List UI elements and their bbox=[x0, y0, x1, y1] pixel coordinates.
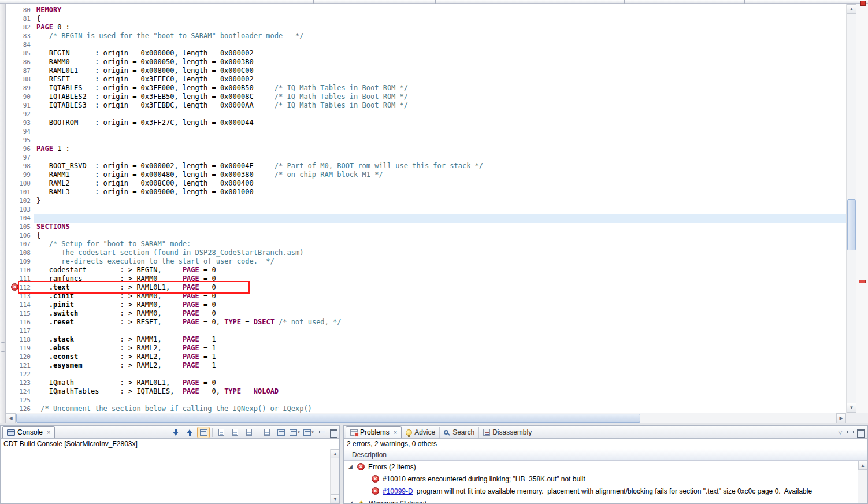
scroll-right-arrow-icon[interactable]: ▶ bbox=[836, 413, 846, 423]
code-text[interactable]: PAGE 0 : bbox=[34, 23, 846, 32]
code-line-92[interactable]: 92 bbox=[6, 110, 846, 118]
code-line-99[interactable]: 99 RAMM1 : origin = 0x000480, length = 0… bbox=[6, 171, 846, 179]
line-number[interactable]: 117 bbox=[18, 327, 34, 335]
line-number[interactable]: 89 bbox=[18, 84, 34, 92]
code-text[interactable]: PAGE 1 : bbox=[34, 144, 846, 153]
line-number[interactable]: 97 bbox=[18, 153, 34, 162]
code-line-93[interactable]: 93 BOOTROM : origin = 0x3FF27C, length =… bbox=[6, 118, 846, 127]
marker-margin[interactable] bbox=[6, 188, 18, 197]
code-line-89[interactable]: 89 IQTABLES : origin = 0x3FE000, length … bbox=[6, 84, 846, 92]
scroll-up-arrow-icon[interactable]: ▲ bbox=[858, 461, 867, 470]
line-number[interactable]: 124 bbox=[18, 387, 34, 396]
trim-grip[interactable] bbox=[1, 351, 5, 352]
marker-margin[interactable] bbox=[6, 40, 18, 49]
code-line-117[interactable]: 117 bbox=[6, 327, 846, 335]
code-text[interactable] bbox=[34, 136, 846, 144]
line-number[interactable]: 110 bbox=[18, 266, 34, 275]
marker-margin[interactable] bbox=[6, 162, 18, 171]
line-number[interactable]: 116 bbox=[18, 318, 34, 327]
code-line-100[interactable]: 100 RAML2 : origin = 0x008C00, length = … bbox=[6, 179, 846, 188]
code-text[interactable]: .reset : > RESET, PAGE = 0, TYPE = DSECT… bbox=[34, 318, 846, 327]
line-number[interactable]: 122 bbox=[18, 370, 34, 379]
problems-vertical-scrollbar[interactable]: ▲ bbox=[858, 461, 867, 503]
marker-margin[interactable] bbox=[6, 266, 18, 275]
code-line-82[interactable]: 82PAGE 0 : bbox=[6, 23, 846, 32]
marker-margin[interactable] bbox=[6, 275, 18, 283]
previous-error-button[interactable] bbox=[183, 427, 196, 438]
code-text[interactable]: IQmathTables : > IQTABLES, PAGE = 0, TYP… bbox=[34, 387, 846, 396]
code-text[interactable] bbox=[34, 205, 846, 214]
line-number[interactable]: 95 bbox=[18, 136, 34, 144]
code-text[interactable] bbox=[34, 40, 846, 49]
line-number[interactable]: 88 bbox=[18, 75, 34, 84]
marker-margin[interactable] bbox=[6, 240, 18, 249]
code-text[interactable]: .stack : > RAMM1, PAGE = 1 bbox=[34, 335, 846, 344]
line-number[interactable]: 126 bbox=[18, 405, 34, 413]
code-text[interactable]: BEGIN : origin = 0x000000, length = 0x00… bbox=[34, 49, 846, 58]
editor-horizontal-scrollbar[interactable]: ◀ ▶ bbox=[6, 413, 846, 423]
horizontal-scrollbar-thumb[interactable] bbox=[16, 414, 640, 423]
overview-ruler[interactable] bbox=[856, 4, 868, 413]
tab-search[interactable]: Search bbox=[440, 427, 479, 438]
marker-margin[interactable] bbox=[6, 101, 18, 110]
export-build-log-button[interactable] bbox=[215, 427, 228, 438]
code-text[interactable] bbox=[34, 127, 846, 136]
code-line-120[interactable]: 120 .econst : > RAML2, PAGE = 1 bbox=[6, 353, 846, 361]
editor-vertical-scrollbar[interactable]: ▲ ▼ bbox=[846, 4, 856, 413]
code-text[interactable]: The codestart section (found in DSP28_Co… bbox=[34, 249, 846, 257]
line-number[interactable]: 102 bbox=[18, 197, 34, 205]
code-text[interactable]: SECTIONS bbox=[34, 223, 846, 231]
word-wrap-button[interactable] bbox=[229, 427, 242, 438]
marker-margin[interactable] bbox=[6, 309, 18, 318]
code-line-94[interactable]: 94 bbox=[6, 127, 846, 136]
code-text[interactable] bbox=[34, 327, 846, 335]
line-number[interactable]: 120 bbox=[18, 353, 34, 361]
line-number[interactable]: 80 bbox=[18, 6, 34, 14]
marker-margin[interactable] bbox=[6, 223, 18, 231]
marker-margin[interactable] bbox=[6, 257, 18, 266]
marker-margin[interactable] bbox=[6, 205, 18, 214]
marker-margin[interactable] bbox=[6, 292, 18, 301]
marker-margin[interactable] bbox=[6, 249, 18, 257]
code-line-116[interactable]: 116 .reset : > RESET, PAGE = 0, TYPE = D… bbox=[6, 318, 846, 327]
marker-margin[interactable] bbox=[6, 396, 18, 405]
code-line-122[interactable]: 122 bbox=[6, 370, 846, 379]
line-number[interactable]: 107 bbox=[18, 240, 34, 249]
line-number[interactable]: 114 bbox=[18, 301, 34, 309]
code-line-103[interactable]: 103 bbox=[6, 205, 846, 214]
code-text[interactable]: /* BEGIN is used for the "boot to SARAM"… bbox=[34, 32, 846, 40]
line-number[interactable]: 105 bbox=[18, 223, 34, 231]
marker-margin[interactable] bbox=[6, 66, 18, 75]
code-line-115[interactable]: 115 .switch : > RAMM0, PAGE = 0 bbox=[6, 309, 846, 318]
code-text[interactable]: RESET : origin = 0x3FFFC0, length = 0x00… bbox=[34, 75, 846, 84]
expand-toggle-icon[interactable]: ◢ bbox=[348, 497, 357, 503]
code-text[interactable]: IQmath : > RAML0L1, PAGE = 0 bbox=[34, 379, 846, 387]
code-line-86[interactable]: 86 RAMM0 : origin = 0x000050, length = 0… bbox=[6, 58, 846, 66]
code-line-124[interactable]: 124 IQmathTables : > IQTABLES, PAGE = 0,… bbox=[6, 387, 846, 396]
marker-margin[interactable] bbox=[6, 136, 18, 144]
problem-row[interactable]: #10099-Dprogram will not fit into availa… bbox=[344, 485, 858, 497]
display-selected-console-button[interactable]: ▾ bbox=[288, 427, 301, 438]
close-tab-icon[interactable]: × bbox=[47, 429, 50, 435]
code-line-101[interactable]: 101 RAML3 : origin = 0x009000, length = … bbox=[6, 188, 846, 197]
scroll-down-arrow-icon[interactable]: ▼ bbox=[331, 494, 340, 503]
tab-console[interactable]: Console × bbox=[2, 426, 55, 438]
show-error-in-editor-button[interactable] bbox=[197, 427, 210, 438]
marker-margin[interactable] bbox=[6, 353, 18, 361]
scroll-lock-button[interactable] bbox=[261, 427, 273, 438]
line-number[interactable]: 109 bbox=[18, 257, 34, 266]
code-text[interactable]: } bbox=[34, 197, 846, 205]
scroll-left-arrow-icon[interactable]: ◀ bbox=[6, 413, 16, 423]
line-number[interactable]: 125 bbox=[18, 396, 34, 405]
line-number[interactable]: 106 bbox=[18, 231, 34, 240]
code-line-85[interactable]: 85 BEGIN : origin = 0x000000, length = 0… bbox=[6, 49, 846, 58]
code-line-109[interactable]: 109 re-directs execution to the start of… bbox=[6, 257, 846, 266]
code-text[interactable] bbox=[34, 370, 846, 379]
code-line-125[interactable]: 125 bbox=[6, 396, 846, 405]
code-text[interactable]: RAML3 : origin = 0x009000, length = 0x00… bbox=[34, 188, 846, 197]
code-text[interactable]: RAML2 : origin = 0x008C00, length = 0x00… bbox=[34, 179, 846, 188]
marker-margin[interactable] bbox=[6, 214, 18, 223]
code-line-97[interactable]: 97 bbox=[6, 153, 846, 162]
line-number[interactable]: 118 bbox=[18, 335, 34, 344]
code-text[interactable]: RAMM0 : origin = 0x000050, length = 0x00… bbox=[34, 58, 846, 66]
